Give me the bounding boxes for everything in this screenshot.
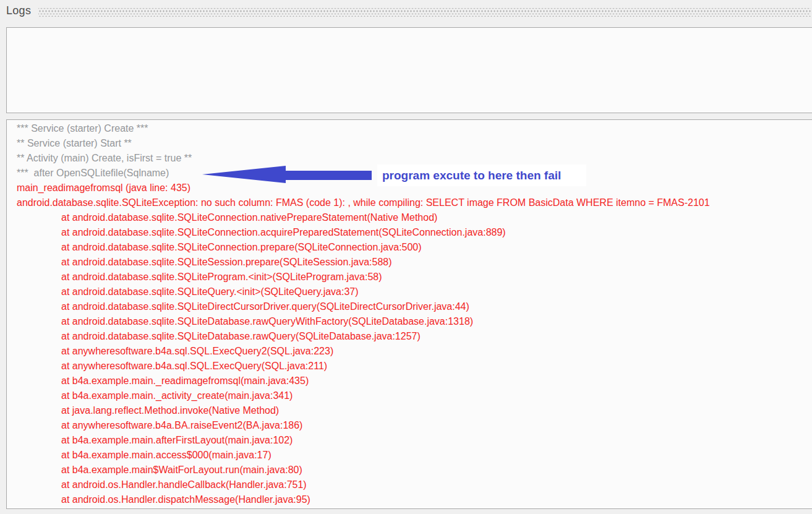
log-line: at android.database.sqlite.SQLiteDatabas… (17, 329, 812, 344)
log-line: *** Service (starter) Create *** (17, 121, 812, 136)
log-line: at anywheresoftware.b4a.sql.SQL.ExecQuer… (17, 344, 812, 359)
log-line: android.database.sqlite.SQLiteException:… (17, 195, 812, 210)
logs-panel-title: Logs (6, 4, 31, 17)
log-line: at android.database.sqlite.SQLiteDatabas… (17, 314, 812, 329)
upper-log-textarea[interactable] (6, 27, 812, 113)
log-line: at android.database.sqlite.SQLiteProgram… (17, 270, 812, 285)
log-line: at anywheresoftware.b4a.BA.raiseEvent2(B… (17, 418, 812, 433)
log-line: at android.os.Handler.handleCallback(Han… (17, 478, 812, 492)
log-line: at android.os.Looper.loop(Looper.java:15… (17, 507, 812, 509)
log-line: at java.lang.reflect.Method.invoke(Nativ… (17, 403, 812, 418)
log-line: at b4a.example.main.afterFirstLayout(mai… (17, 433, 812, 448)
log-line: at android.database.sqlite.SQLiteDirectC… (17, 299, 812, 314)
log-line: at b4a.example.main$WaitForLayout.run(ma… (17, 463, 812, 478)
log-line: ** Activity (main) Create, isFirst = tru… (17, 151, 812, 166)
log-line: at b4a.example.main._activity_create(mai… (17, 388, 812, 403)
log-line: ** Service (starter) Start ** (17, 136, 812, 151)
log-line: at anywheresoftware.b4a.sql.SQL.ExecQuer… (17, 359, 812, 374)
log-line: at android.database.sqlite.SQLiteSession… (17, 255, 812, 270)
log-line: at android.database.sqlite.SQLiteConnect… (17, 210, 812, 225)
log-line: at android.os.Handler.dispatchMessage(Ha… (17, 492, 812, 507)
log-line: at android.database.sqlite.SQLiteConnect… (17, 240, 812, 255)
log-line: at b4a.example.main._readimagefromsql(ma… (17, 374, 812, 388)
logs-panel-header: Logs (0, 0, 812, 23)
panel-grip-texture[interactable] (38, 8, 811, 17)
log-line: at b4a.example.main.access$000(main.java… (17, 448, 812, 463)
log-line: at android.database.sqlite.SQLiteConnect… (17, 225, 812, 240)
log-line: at android.database.sqlite.SQLiteQuery.<… (17, 285, 812, 299)
annotation-label: program excute to here then fail (377, 165, 586, 186)
